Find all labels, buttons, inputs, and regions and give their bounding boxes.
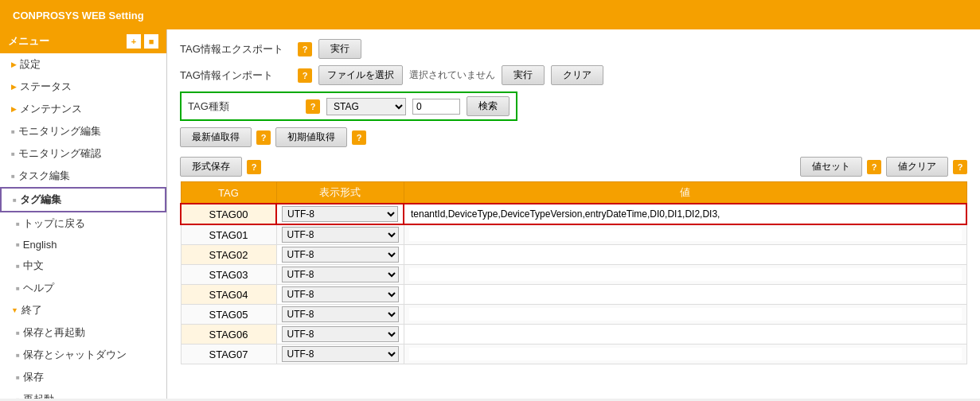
- sidebar-shutdown-group[interactable]: 終了: [0, 299, 166, 321]
- tag-type-input[interactable]: [412, 99, 460, 115]
- sidebar-item-save-shutdown[interactable]: 保存とシャットダウン: [0, 344, 166, 366]
- tag-import-row: TAG情報インポート ? ファイルを選択 選択されていません 実行 クリア: [180, 65, 967, 85]
- table-row: STAG02UTF-8HEXBINDEC: [181, 245, 966, 265]
- sidebar-item-chinese[interactable]: 中文: [0, 255, 166, 277]
- sidebar-item-restart[interactable]: 再起動: [0, 388, 166, 399]
- sidebar-item-maintenance[interactable]: メンテナンス: [0, 98, 166, 120]
- sidebar-item-label: モニタリング編集: [18, 124, 101, 138]
- format-select[interactable]: UTF-8HEXBINDEC: [282, 247, 399, 263]
- sidebar-item-save-restart[interactable]: 保存と再起動: [0, 321, 166, 344]
- format-select[interactable]: UTF-8HEXBINDEC: [282, 227, 399, 243]
- tag-type-select[interactable]: STAG ATAG CTAG: [326, 98, 406, 115]
- sidebar-item-save[interactable]: 保存: [0, 366, 166, 388]
- value-input[interactable]: [409, 308, 962, 321]
- value-cell[interactable]: [404, 265, 966, 285]
- format-select[interactable]: UTF-8HEXBINDEC: [282, 306, 399, 322]
- tag-type-label: TAG種類: [188, 99, 299, 114]
- format-select[interactable]: UTF-8HEXBINDEC: [282, 286, 399, 302]
- format-select[interactable]: UTF-8HEXBINDEC: [282, 326, 399, 342]
- tag-name-cell: STAG02: [181, 245, 276, 265]
- sidebar-item-back-to-top[interactable]: トップに戻る: [0, 212, 166, 235]
- table-controls: 形式保存 ? 値セット ? 値クリア ?: [180, 157, 967, 177]
- sidebar-item-label: 再起動: [23, 392, 54, 399]
- format-select[interactable]: UTF-8HEXBINDEC: [282, 206, 398, 222]
- value-input[interactable]: [409, 208, 961, 220]
- app-title: CONPROSYS WEB Setting: [13, 10, 144, 21]
- initial-value-btn[interactable]: 初期値取得: [275, 127, 347, 147]
- value-cell[interactable]: [404, 305, 966, 325]
- value-input[interactable]: [409, 228, 962, 241]
- sidebar-item-status[interactable]: ステータス: [0, 76, 166, 98]
- file-select-btn[interactable]: ファイルを選択: [318, 65, 403, 85]
- tag-type-help-btn[interactable]: ?: [306, 99, 320, 114]
- value-cell[interactable]: [404, 285, 966, 305]
- table-row: STAG05UTF-8HEXBINDEC: [181, 305, 966, 325]
- tag-name-cell: STAG05: [181, 305, 276, 325]
- table-row: STAG07UTF-8HEXBINDEC: [181, 345, 966, 364]
- value-set-btn[interactable]: 値セット: [800, 157, 862, 177]
- table-row: STAG00UTF-8HEXBINDEC: [181, 204, 966, 224]
- format-cell[interactable]: UTF-8HEXBINDEC: [276, 224, 404, 245]
- format-save-btn[interactable]: 形式保存: [180, 157, 242, 177]
- value-cell[interactable]: [404, 325, 966, 345]
- value-clear-help-btn[interactable]: ?: [953, 160, 967, 174]
- value-input[interactable]: [409, 348, 962, 360]
- format-cell[interactable]: UTF-8HEXBINDEC: [276, 204, 404, 224]
- value-clear-btn[interactable]: 値クリア: [886, 157, 948, 177]
- tag-import-clear-btn[interactable]: クリア: [551, 65, 603, 85]
- sidebar: メニュー + ■ 設定 ステータス メンテナンス モニタリング編集 モニタリング…: [0, 29, 167, 399]
- col-header-format: 表示形式: [276, 182, 404, 204]
- sidebar-item-task-edit[interactable]: タスク編集: [0, 165, 166, 187]
- format-cell[interactable]: UTF-8HEXBINDEC: [276, 285, 404, 305]
- tag-name-cell: STAG00: [181, 204, 276, 224]
- tag-export-execute-btn[interactable]: 実行: [318, 39, 361, 59]
- sidebar-item-label: タスク編集: [18, 169, 70, 183]
- value-input[interactable]: [409, 268, 962, 281]
- sidebar-item-settings[interactable]: 設定: [0, 53, 166, 76]
- format-select[interactable]: UTF-8HEXBINDEC: [282, 346, 399, 362]
- sidebar-item-monitoring-check[interactable]: モニタリング確認: [0, 142, 166, 165]
- value-cell[interactable]: [404, 224, 966, 245]
- value-cell[interactable]: [404, 204, 966, 224]
- latest-value-btn[interactable]: 最新値取得: [180, 127, 252, 147]
- format-cell[interactable]: UTF-8HEXBINDEC: [276, 305, 404, 325]
- tag-export-help-btn[interactable]: ?: [298, 42, 312, 56]
- format-cell[interactable]: UTF-8HEXBINDEC: [276, 245, 404, 265]
- sidebar-item-label: メンテナンス: [20, 102, 82, 116]
- sidebar-item-label: トップに戻る: [23, 216, 85, 231]
- format-cell[interactable]: UTF-8HEXBINDEC: [276, 265, 404, 285]
- sidebar-item-label: 設定: [20, 57, 41, 72]
- table-row: STAG04UTF-8HEXBINDEC: [181, 285, 966, 305]
- value-input[interactable]: [409, 248, 962, 261]
- tag-import-help-btn[interactable]: ?: [298, 68, 312, 83]
- sidebar-item-help[interactable]: ヘルプ: [0, 277, 166, 299]
- table-controls-left: 形式保存 ?: [180, 157, 261, 177]
- value-cell[interactable]: [404, 345, 966, 364]
- format-save-help-btn[interactable]: ?: [247, 160, 261, 174]
- value-cell[interactable]: [404, 245, 966, 265]
- tag-import-execute-btn[interactable]: 実行: [502, 65, 545, 85]
- no-file-text: 選択されていません: [409, 68, 495, 82]
- sidebar-collapse-btn[interactable]: ■: [144, 34, 158, 49]
- sidebar-item-monitoring-edit[interactable]: モニタリング編集: [0, 120, 166, 142]
- value-input[interactable]: [409, 288, 962, 301]
- tag-type-search-btn[interactable]: 検索: [467, 96, 510, 116]
- format-cell[interactable]: UTF-8HEXBINDEC: [276, 345, 404, 364]
- col-header-tag: TAG: [181, 182, 276, 204]
- initial-value-help-btn[interactable]: ?: [352, 130, 366, 145]
- sidebar-item-english[interactable]: English: [0, 235, 166, 255]
- table-row: STAG03UTF-8HEXBINDEC: [181, 265, 966, 285]
- sidebar-header: メニュー + ■: [0, 29, 166, 53]
- value-input[interactable]: [409, 328, 962, 341]
- sidebar-item-tag-edit[interactable]: タグ編集: [0, 187, 166, 212]
- format-select[interactable]: UTF-8HEXBINDEC: [282, 267, 399, 282]
- latest-value-help-btn[interactable]: ?: [256, 130, 271, 145]
- btn-row: 最新値取得 ? 初期値取得 ?: [180, 127, 967, 147]
- format-cell[interactable]: UTF-8HEXBINDEC: [276, 325, 404, 345]
- sidebar-item-label: 中文: [23, 259, 44, 273]
- sidebar-expand-btn[interactable]: +: [127, 34, 141, 49]
- data-table: TAG 表示形式 値 STAG00UTF-8HEXBINDECSTAG01UTF…: [180, 181, 967, 364]
- table-controls-right: 値セット ? 値クリア ?: [800, 157, 967, 177]
- sidebar-item-label: ステータス: [20, 80, 72, 94]
- value-set-help-btn[interactable]: ?: [867, 160, 881, 174]
